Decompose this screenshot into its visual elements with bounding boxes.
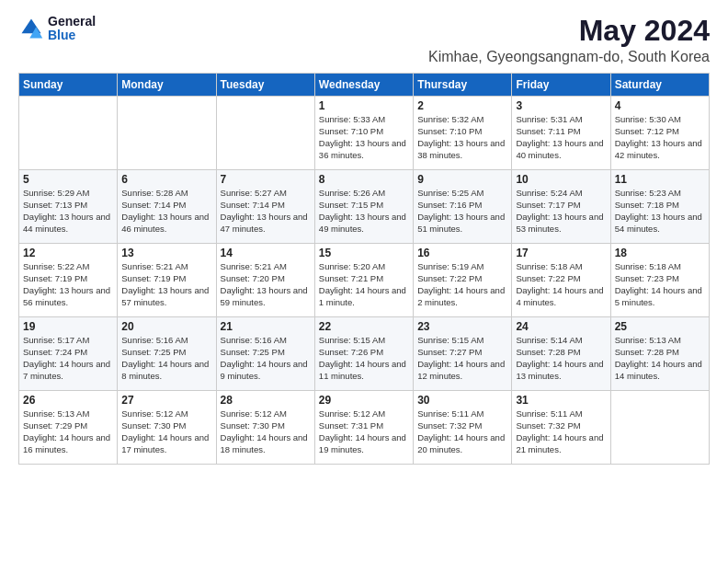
week-row-0: 1Sunrise: 5:33 AM Sunset: 7:10 PM Daylig… (19, 97, 710, 170)
cell-w0-d5: 3Sunrise: 5:31 AM Sunset: 7:11 PM Daylig… (512, 97, 610, 170)
cell-w3-d1: 20Sunrise: 5:16 AM Sunset: 7:25 PM Dayli… (118, 317, 216, 391)
day-info-w2-d2: Sunrise: 5:21 AM Sunset: 7:20 PM Dayligh… (221, 261, 311, 308)
cell-w4-d5: 31Sunrise: 5:11 AM Sunset: 7:32 PM Dayli… (512, 391, 610, 465)
day-number-w1-d6: 11 (615, 173, 705, 186)
day-number-w1-d4: 9 (417, 173, 507, 186)
day-number-w0-d4: 2 (417, 99, 507, 112)
cell-w1-d4: 9Sunrise: 5:25 AM Sunset: 7:16 PM Daylig… (414, 170, 512, 244)
logo-general: General (48, 15, 96, 29)
cell-w0-d6: 4Sunrise: 5:30 AM Sunset: 7:12 PM Daylig… (610, 97, 709, 170)
day-info-w1-d4: Sunrise: 5:25 AM Sunset: 7:16 PM Dayligh… (417, 188, 507, 235)
day-number-w4-d1: 27 (121, 394, 211, 407)
day-number-w4-d5: 31 (516, 394, 606, 407)
calendar-table: Sunday Monday Tuesday Wednesday Thursday… (18, 73, 710, 465)
day-info-w2-d6: Sunrise: 5:18 AM Sunset: 7:23 PM Dayligh… (615, 261, 705, 308)
subtitle: Kimhae, Gyeongsangnam-do, South Korea (428, 49, 710, 65)
day-info-w1-d6: Sunrise: 5:23 AM Sunset: 7:18 PM Dayligh… (615, 188, 705, 235)
day-info-w2-d0: Sunrise: 5:22 AM Sunset: 7:19 PM Dayligh… (23, 261, 113, 308)
day-number-w1-d3: 8 (319, 173, 409, 186)
cell-w3-d0: 19Sunrise: 5:17 AM Sunset: 7:24 PM Dayli… (19, 317, 118, 391)
day-number-w4-d4: 30 (417, 394, 507, 407)
day-info-w1-d3: Sunrise: 5:26 AM Sunset: 7:15 PM Dayligh… (319, 188, 409, 235)
day-number-w3-d1: 20 (121, 320, 211, 333)
logo-blue: Blue (48, 29, 96, 42)
cell-w1-d0: 5Sunrise: 5:29 AM Sunset: 7:13 PM Daylig… (19, 170, 118, 244)
day-info-w0-d3: Sunrise: 5:33 AM Sunset: 7:10 PM Dayligh… (319, 114, 409, 161)
col-thursday: Thursday (414, 74, 512, 97)
day-number-w3-d2: 21 (221, 320, 311, 333)
cell-w1-d5: 10Sunrise: 5:24 AM Sunset: 7:17 PM Dayli… (512, 170, 610, 244)
day-number-w2-d0: 12 (23, 247, 113, 259)
cell-w1-d3: 8Sunrise: 5:26 AM Sunset: 7:15 PM Daylig… (314, 170, 413, 244)
day-number-w2-d3: 15 (319, 247, 409, 259)
cell-w4-d0: 26Sunrise: 5:13 AM Sunset: 7:29 PM Dayli… (19, 391, 118, 465)
cell-w4-d4: 30Sunrise: 5:11 AM Sunset: 7:32 PM Dayli… (414, 391, 512, 465)
cell-w2-d6: 18Sunrise: 5:18 AM Sunset: 7:23 PM Dayli… (610, 244, 709, 317)
week-row-2: 12Sunrise: 5:22 AM Sunset: 7:19 PM Dayli… (19, 244, 710, 317)
day-info-w4-d3: Sunrise: 5:12 AM Sunset: 7:31 PM Dayligh… (319, 408, 409, 455)
cell-w2-d1: 13Sunrise: 5:21 AM Sunset: 7:19 PM Dayli… (118, 244, 216, 317)
cell-w2-d5: 17Sunrise: 5:18 AM Sunset: 7:22 PM Dayli… (512, 244, 610, 317)
day-info-w1-d1: Sunrise: 5:28 AM Sunset: 7:14 PM Dayligh… (121, 188, 211, 235)
cell-w3-d6: 25Sunrise: 5:13 AM Sunset: 7:28 PM Dayli… (610, 317, 709, 391)
day-number-w1-d0: 5 (23, 173, 113, 186)
col-tuesday: Tuesday (216, 74, 314, 97)
cell-w3-d4: 23Sunrise: 5:15 AM Sunset: 7:27 PM Dayli… (414, 317, 512, 391)
cell-w1-d6: 11Sunrise: 5:23 AM Sunset: 7:18 PM Dayli… (610, 170, 709, 244)
day-info-w0-d6: Sunrise: 5:30 AM Sunset: 7:12 PM Dayligh… (615, 114, 705, 161)
col-friday: Friday (512, 74, 610, 97)
cell-w3-d2: 21Sunrise: 5:16 AM Sunset: 7:25 PM Dayli… (216, 317, 314, 391)
week-row-3: 19Sunrise: 5:17 AM Sunset: 7:24 PM Dayli… (19, 317, 710, 391)
calendar-body: 1Sunrise: 5:33 AM Sunset: 7:10 PM Daylig… (19, 97, 710, 465)
day-info-w4-d4: Sunrise: 5:11 AM Sunset: 7:32 PM Dayligh… (417, 408, 507, 455)
day-number-w1-d2: 7 (221, 173, 311, 186)
cell-w0-d0 (19, 97, 118, 170)
day-info-w1-d0: Sunrise: 5:29 AM Sunset: 7:13 PM Dayligh… (23, 188, 113, 235)
calendar-header: Sunday Monday Tuesday Wednesday Thursday… (19, 74, 710, 97)
day-info-w1-d5: Sunrise: 5:24 AM Sunset: 7:17 PM Dayligh… (516, 188, 606, 235)
day-info-w4-d0: Sunrise: 5:13 AM Sunset: 7:29 PM Dayligh… (23, 408, 113, 455)
day-info-w3-d6: Sunrise: 5:13 AM Sunset: 7:28 PM Dayligh… (615, 335, 705, 382)
day-info-w3-d5: Sunrise: 5:14 AM Sunset: 7:28 PM Dayligh… (516, 335, 606, 382)
day-number-w2-d1: 13 (121, 247, 211, 259)
day-info-w3-d3: Sunrise: 5:15 AM Sunset: 7:26 PM Dayligh… (319, 335, 409, 382)
cell-w2-d2: 14Sunrise: 5:21 AM Sunset: 7:20 PM Dayli… (216, 244, 314, 317)
day-number-w4-d3: 29 (319, 394, 409, 407)
cell-w3-d3: 22Sunrise: 5:15 AM Sunset: 7:26 PM Dayli… (314, 317, 413, 391)
day-info-w3-d1: Sunrise: 5:16 AM Sunset: 7:25 PM Dayligh… (121, 335, 211, 382)
main-title: May 2024 (428, 15, 710, 47)
cell-w4-d3: 29Sunrise: 5:12 AM Sunset: 7:31 PM Dayli… (314, 391, 413, 465)
header: General Blue May 2024 Kimhae, Gyeongsang… (18, 15, 710, 65)
day-number-w3-d4: 23 (417, 320, 507, 333)
cell-w3-d5: 24Sunrise: 5:14 AM Sunset: 7:28 PM Dayli… (512, 317, 610, 391)
header-row: Sunday Monday Tuesday Wednesday Thursday… (19, 74, 710, 97)
col-wednesday: Wednesday (314, 74, 413, 97)
day-number-w0-d6: 4 (615, 99, 705, 112)
day-number-w4-d2: 28 (221, 394, 311, 407)
cell-w1-d1: 6Sunrise: 5:28 AM Sunset: 7:14 PM Daylig… (118, 170, 216, 244)
day-number-w3-d5: 24 (516, 320, 606, 333)
day-number-w3-d3: 22 (319, 320, 409, 333)
cell-w0-d4: 2Sunrise: 5:32 AM Sunset: 7:10 PM Daylig… (414, 97, 512, 170)
day-number-w1-d1: 6 (121, 173, 211, 186)
cell-w2-d0: 12Sunrise: 5:22 AM Sunset: 7:19 PM Dayli… (19, 244, 118, 317)
day-number-w2-d2: 14 (221, 247, 311, 259)
title-block: May 2024 Kimhae, Gyeongsangnam-do, South… (428, 15, 710, 65)
day-info-w3-d4: Sunrise: 5:15 AM Sunset: 7:27 PM Dayligh… (417, 335, 507, 382)
day-info-w4-d5: Sunrise: 5:11 AM Sunset: 7:32 PM Dayligh… (516, 408, 606, 455)
day-number-w4-d0: 26 (23, 394, 113, 407)
day-info-w1-d2: Sunrise: 5:27 AM Sunset: 7:14 PM Dayligh… (221, 188, 311, 235)
logo-icon (18, 16, 44, 41)
day-info-w2-d4: Sunrise: 5:19 AM Sunset: 7:22 PM Dayligh… (417, 261, 507, 308)
day-number-w3-d6: 25 (615, 320, 705, 333)
day-number-w3-d0: 19 (23, 320, 113, 333)
cell-w4-d2: 28Sunrise: 5:12 AM Sunset: 7:30 PM Dayli… (216, 391, 314, 465)
day-info-w3-d2: Sunrise: 5:16 AM Sunset: 7:25 PM Dayligh… (221, 335, 311, 382)
week-row-1: 5Sunrise: 5:29 AM Sunset: 7:13 PM Daylig… (19, 170, 710, 244)
cell-w4-d1: 27Sunrise: 5:12 AM Sunset: 7:30 PM Dayli… (118, 391, 216, 465)
cell-w1-d2: 7Sunrise: 5:27 AM Sunset: 7:14 PM Daylig… (216, 170, 314, 244)
cell-w0-d1 (118, 97, 216, 170)
day-info-w0-d5: Sunrise: 5:31 AM Sunset: 7:11 PM Dayligh… (516, 114, 606, 161)
day-number-w2-d6: 18 (615, 247, 705, 259)
col-saturday: Saturday (610, 74, 709, 97)
